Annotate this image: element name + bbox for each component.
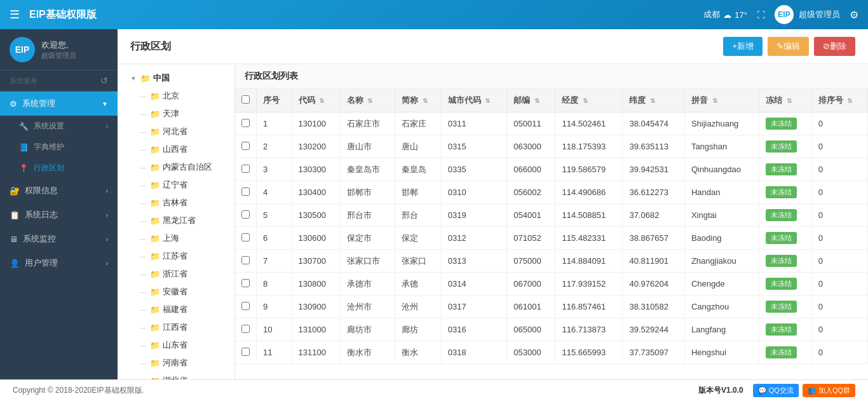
cell-zip: 067000 [507,273,555,296]
sort-icon-pinyin[interactable]: ⇅ [712,97,717,104]
cell-lat: 39.529244 [623,318,684,341]
cell-city-code: 0316 [441,318,507,341]
fullscreen-icon[interactable]: ⛶ [757,10,765,20]
tree-node[interactable]: —📁天津 [118,105,234,123]
sort-icon-name[interactable]: ⇅ [367,97,372,104]
row-checkbox[interactable] [241,233,250,241]
row-checkbox[interactable] [241,119,250,127]
row-checkbox[interactable] [241,187,250,196]
qq-chat-btn[interactable]: 💬 QQ交流 [753,384,799,397]
tree-node[interactable]: —📁湖北省 [118,372,234,379]
col-pinyin[interactable]: 拼音 ⇅ [684,89,759,112]
tree-node[interactable]: —📁河南省 [118,354,234,372]
join-qq-label: 加入QQ群 [818,386,850,395]
sort-icon-zip[interactable]: ⇅ [534,97,539,104]
cell-lat: 37.0682 [623,204,684,227]
sidebar-item-system-settings[interactable]: 🔧 系统设置 › [0,116,118,137]
row-checkbox[interactable] [241,165,250,173]
tree-node[interactable]: —📁黑龙江省 [118,212,234,229]
cell-name: 保定市 [340,227,395,250]
sidebar-item-region[interactable]: 📍 行政区划 [0,158,118,179]
row-checkbox[interactable] [241,142,250,150]
tree-node[interactable]: —📁内蒙古自治区 [118,158,234,176]
tree-node-label: 福建省 [163,304,187,315]
sort-icon-lng[interactable]: ⇅ [583,97,588,104]
folder-icon: 📁 [150,145,160,154]
tree-node[interactable]: —📁安徽省 [118,283,234,301]
weather-city: 成都 [703,9,720,20]
cell-lng: 118.175393 [555,135,623,158]
row-checkbox[interactable] [241,302,250,310]
sidebar-item-dictionary[interactable]: 📘 字典维护 [0,137,118,158]
sidebar-item-system-management[interactable]: ⚙ 系统管理 ▼ [0,92,118,116]
chevron-right-icon2: › [106,187,108,194]
row-checkbox[interactable] [241,279,250,287]
folder-icon: 📁 [150,216,160,226]
cell-city-code: 0335 [441,158,507,181]
tree-node-label: 内蒙古自治区 [163,161,212,173]
chevron-right-icon5: › [106,260,108,267]
col-lng[interactable]: 经度 ⇅ [555,89,623,112]
tree-root[interactable]: ▼ 📁 中国 [118,69,234,87]
cell-sort: 0 [811,250,867,273]
sidebar-item-users[interactable]: 👤 用户管理 › [0,251,118,275]
menu-toggle-icon[interactable]: ☰ [10,8,20,22]
sort-icon-code[interactable]: ⇅ [319,97,324,104]
join-qq-btn[interactable]: 👥 加入QQ群 [803,384,855,397]
table-row: 8 130800 承德市 承德 0314 067000 117.939152 4… [235,273,868,296]
col-sort[interactable]: 排序号 ⇅ [811,89,867,112]
delete-button[interactable]: ⊘删除 [814,37,855,56]
folder-icon: 📁 [150,109,160,119]
tree-node[interactable]: —📁北京 [118,87,234,105]
col-name[interactable]: 名称 ⇅ [340,89,395,112]
sidebar-item-log[interactable]: 📋 系统日志 › [0,203,118,227]
tree-node[interactable]: —📁山东省 [118,336,234,354]
settings-icon[interactable]: ⚙ [850,9,858,21]
select-all-checkbox[interactable] [241,95,250,104]
cell-pinyin: Baoding [684,227,759,250]
frozen-badge: 未冻结 [766,255,797,267]
cell-lng: 114.508851 [555,204,623,227]
cell-lng: 116.857461 [555,296,623,318]
tree-node[interactable]: —📁福建省 [118,301,234,318]
sort-icon-city[interactable]: ⇅ [485,97,490,104]
tree-node[interactable]: —📁辽宁省 [118,176,234,194]
tree-node[interactable]: —📁江苏省 [118,247,234,265]
tree-node-label: 北京 [163,90,179,102]
col-city-code[interactable]: 城市代码 ⇅ [441,89,507,112]
row-checkbox[interactable] [241,325,250,333]
sort-icon-sort[interactable]: ⇅ [847,97,852,104]
cell-pinyin: Shijiazhuang [684,112,759,135]
cell-frozen: 未冻结 [759,181,812,204]
tree-node[interactable]: —📁河北省 [118,123,234,140]
sidebar-item-monitor[interactable]: 🖥 系统监控 › [0,227,118,251]
tree-node[interactable]: —📁上海 [118,229,234,247]
row-checkbox[interactable] [241,348,250,356]
cell-lng: 119.586579 [555,158,623,181]
sidebar-username: 超级管理员 [41,51,76,60]
sidebar-item-permission[interactable]: 🔐 权限信息 › [0,179,118,203]
folder-icon: 📁 [140,74,151,83]
col-code[interactable]: 代码 ⇅ [292,89,340,112]
edit-button[interactable]: ✎编辑 [768,37,809,56]
col-lat[interactable]: 纬度 ⇅ [623,89,684,112]
sort-icon-frozen[interactable]: ⇅ [787,97,792,104]
sort-icon-lat[interactable]: ⇅ [650,97,655,104]
tree-node[interactable]: —📁吉林省 [118,194,234,212]
tree-expand-icon: ▼ [130,75,137,82]
app-brand: EIP基础权限版 [29,8,97,22]
tree-node[interactable]: —📁江西省 [118,318,234,336]
row-checkbox-cell [235,204,257,227]
row-checkbox[interactable] [241,210,250,219]
col-zip[interactable]: 邮编 ⇅ [507,89,555,112]
cell-seq: 6 [257,227,292,250]
col-abbr[interactable]: 简称 ⇅ [395,89,441,112]
row-checkbox[interactable] [241,256,250,264]
sort-icon-abbr[interactable]: ⇅ [423,97,428,104]
add-button[interactable]: +新增 [723,37,763,56]
refresh-icon[interactable]: ↺ [100,76,108,86]
tree-node[interactable]: —📁山西省 [118,140,234,158]
tree-node[interactable]: —📁浙江省 [118,265,234,283]
col-frozen[interactable]: 冻结 ⇅ [759,89,812,112]
row-checkbox-cell [235,296,257,318]
